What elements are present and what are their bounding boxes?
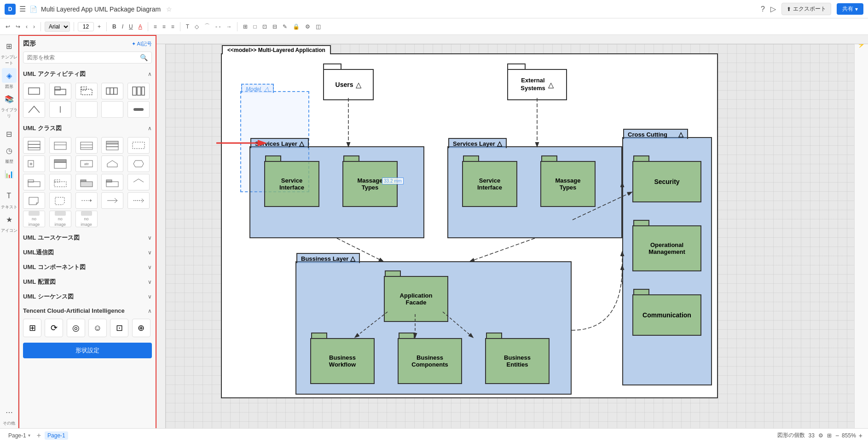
ai-icon-text-box[interactable]: ⊡ [110, 319, 128, 337]
back-button[interactable]: ‹ [24, 23, 29, 31]
shape-item[interactable] [49, 155, 71, 172]
ai-badge[interactable]: ✦ AI記号 [132, 40, 152, 47]
font-color-button[interactable]: A [137, 23, 144, 31]
shape-item[interactable] [127, 192, 150, 209]
shape-item[interactable] [23, 192, 45, 209]
shape-item[interactable] [75, 83, 98, 99]
shape-item[interactable] [127, 174, 150, 190]
shape-item[interactable] [75, 101, 98, 118]
sidebar-item-library[interactable]: 📚 [2, 92, 17, 106]
zoom-plus-button[interactable]: + [859, 432, 862, 439]
redo-button[interactable]: ↪ [14, 23, 22, 31]
application-facade[interactable]: ApplicationFacade [384, 276, 448, 322]
services-layer-right[interactable]: Services Layer △ ServiceInterface Massag… [447, 146, 622, 238]
arrow-style-button[interactable]: → [224, 23, 233, 31]
shape-item[interactable] [23, 83, 45, 99]
shape-item-no-image[interactable]: noimage [49, 211, 71, 227]
align-left-button[interactable]: ≡ [152, 23, 159, 31]
shape-item[interactable] [49, 101, 71, 118]
shape-item[interactable] [49, 137, 71, 154]
ai-icon-face[interactable]: ⊕ [132, 319, 150, 337]
italic-button[interactable]: I [120, 23, 125, 31]
sidebar-item-grid[interactable]: ⊟ [2, 126, 17, 141]
font-family-select[interactable]: Arial [45, 22, 70, 32]
shape-item[interactable] [101, 137, 123, 154]
align-right-button[interactable]: ≡ [169, 23, 176, 31]
favorite-button[interactable]: ☆ [166, 6, 172, 13]
fill-button[interactable]: ◇ [193, 23, 201, 31]
section-uml-deployment[interactable]: UML 配置図 ∨ [23, 276, 152, 288]
export-button[interactable]: ⬆ エクスポート [781, 3, 831, 15]
grid-view-button[interactable]: ⊞ [241, 23, 249, 31]
canvas[interactable]: 33.2 mm <<model>> Multi-Layered Applicat… [156, 35, 868, 442]
line-style-button[interactable]: - - [214, 23, 222, 31]
service-interface-right[interactable]: ServiceInterface [462, 161, 517, 207]
shape-item[interactable] [101, 101, 123, 118]
page-tab-1[interactable]: Page-1 ▾ [6, 431, 33, 440]
section-uml-component[interactable]: UML コンポーネント図 ∨ [23, 261, 152, 273]
bold-button[interactable]: B [110, 23, 118, 31]
shape-item-no-image[interactable]: noimage [23, 211, 45, 227]
section-uml-sequence[interactable]: UML シーケンス図 ∨ [23, 291, 152, 303]
table-button[interactable]: ⊡ [260, 23, 269, 31]
shape-item[interactable] [75, 137, 98, 154]
lock-button[interactable]: 🔒 [291, 23, 301, 31]
extra2-button[interactable]: ✎ [281, 23, 289, 31]
shape-item[interactable] [127, 155, 150, 172]
rect-button[interactable]: □ [251, 23, 258, 31]
ai-icon-refresh[interactable]: ⟳ [45, 319, 63, 337]
underline-button[interactable]: U [127, 23, 135, 31]
align-center-button[interactable]: ≡ [161, 23, 168, 31]
ai-icon-smiley[interactable]: ☺ [88, 319, 107, 337]
play-button[interactable]: ▷ [770, 5, 776, 13]
communication-box[interactable]: Communication [632, 294, 701, 336]
sidebar-item-more[interactable]: ⋯ [2, 405, 17, 419]
search-input[interactable] [27, 54, 140, 61]
section-uml-class[interactable]: UML クラス図 ∧ [23, 122, 152, 134]
shape-item[interactable]: ⊕ [23, 155, 45, 172]
settings-button[interactable]: ⚙ [303, 23, 312, 31]
shape-item[interactable] [127, 101, 150, 118]
grid-icon[interactable]: ⊞ [827, 432, 832, 439]
extra3-button[interactable]: ◫ [314, 23, 323, 31]
connection-button[interactable]: ⌒ [203, 22, 212, 31]
search-box[interactable]: 🔍 [23, 52, 152, 63]
shape-item[interactable] [75, 174, 98, 190]
shape-item[interactable] [49, 83, 71, 99]
shape-item[interactable] [101, 83, 123, 99]
ai-icon-target[interactable]: ◎ [67, 319, 85, 337]
shape-item[interactable] [23, 174, 45, 190]
shape-item[interactable] [49, 192, 71, 209]
shape-item[interactable] [49, 174, 71, 190]
font-size-input[interactable] [78, 22, 94, 31]
section-tencent-ai[interactable]: Tencent Cloud-Artificial Intelligence ∧ [23, 305, 152, 316]
section-uml-usecase[interactable]: UML ユースケース図 ∨ [23, 232, 152, 244]
menu-button[interactable]: ☰ [19, 5, 26, 13]
ai-icon-grid[interactable]: ⊞ [23, 319, 41, 337]
sidebar-item-text[interactable]: T [2, 189, 17, 203]
business-components[interactable]: BusinessComponents [398, 338, 462, 384]
extra1-button[interactable]: ⊟ [271, 23, 279, 31]
shape-item[interactable] [101, 192, 123, 209]
shape-item[interactable] [23, 101, 45, 118]
shape-item[interactable] [75, 192, 98, 209]
sidebar-item-chart[interactable]: 📊 [2, 166, 17, 181]
shape-item[interactable]: attr [75, 155, 98, 172]
cross-cutting-layer[interactable]: Cross Cutting △ Security OperationalMana… [622, 137, 712, 385]
shape-settings-button[interactable]: 形状設定 [23, 343, 152, 358]
help-button[interactable]: ? [761, 5, 765, 13]
text-format-button[interactable]: T [184, 23, 191, 31]
shape-item[interactable] [127, 137, 150, 154]
add-page-button[interactable]: + [37, 431, 41, 440]
shape-item-no-image[interactable]: noimage [75, 211, 98, 227]
business-entities[interactable]: BusinessEntities [485, 338, 550, 384]
zoom-minus-button[interactable]: − [835, 432, 839, 439]
shape-item[interactable] [23, 137, 45, 154]
shape-item[interactable] [101, 174, 123, 190]
users-package[interactable]: Users △ [323, 63, 374, 100]
services-layer-left[interactable]: Services Layer △ ServiceInterface Massag… [249, 146, 424, 238]
page-tab-current[interactable]: Page-1 [45, 431, 68, 440]
section-uml-communication[interactable]: UML通信図 ∨ [23, 247, 152, 258]
operational-management-box[interactable]: OperationalManagement [632, 225, 701, 271]
sidebar-item-shapes[interactable]: ◈ [2, 68, 17, 83]
